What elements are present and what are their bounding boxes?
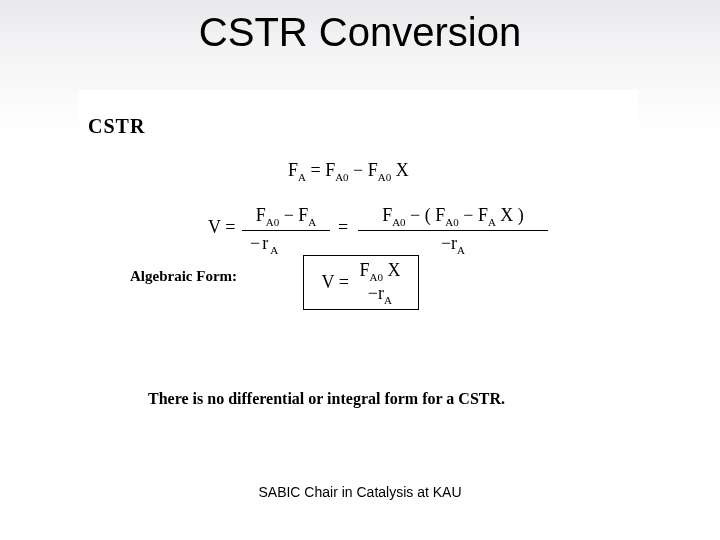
eq2-den1: −r xyxy=(250,233,270,253)
equation-2: V = FA0 − FA −rA = FA0 − ( xyxy=(208,205,568,249)
note-text: There is no differential or integral for… xyxy=(148,390,505,408)
footer-text: SABIC Chair in Catalysis at KAU xyxy=(0,484,720,500)
eq1-lhs-sub: A xyxy=(298,171,306,183)
boxed-num-a: F xyxy=(359,260,369,280)
boxed-den-sub: A xyxy=(384,293,392,305)
eq1-lhs: F xyxy=(288,160,298,180)
eq2-den2-sub: A xyxy=(457,243,465,255)
boxed-num-x: X xyxy=(387,260,400,280)
eq2-fraction-2: FA0 − ( FA0 − FA X ) −rA xyxy=(358,205,548,255)
eq2-lhs: V = xyxy=(208,217,235,238)
eq2-v: V xyxy=(208,217,221,237)
eq1-eq: = xyxy=(310,160,325,180)
eq2-den1-sub: A xyxy=(270,243,280,255)
eq2-num2b-sub: A0 xyxy=(445,216,458,228)
section-label: CSTR xyxy=(88,115,145,138)
eq2-num2a: F xyxy=(382,205,392,225)
eq1-t1: F xyxy=(325,160,335,180)
eq1-x: X xyxy=(396,160,409,180)
eq1-t2-sub: A0 xyxy=(378,171,391,183)
eq2-num1a-sub: A0 xyxy=(266,216,279,228)
eq2-num1b-sub: A xyxy=(308,216,316,228)
boxed-den: −r xyxy=(368,283,384,303)
page-title: CSTR Conversion xyxy=(0,10,720,55)
content-area: CSTR FA = FA0 − FA0 X V = FA0 − FA xyxy=(78,90,638,420)
eq2-num2a-sub: A0 xyxy=(392,216,405,228)
boxed-eq: = xyxy=(339,272,349,292)
eq1-t2: F xyxy=(368,160,378,180)
eq2-num2c: F xyxy=(478,205,488,225)
eq2-num2c-sub: A xyxy=(488,216,496,228)
eq2-num1-minus: − xyxy=(284,205,299,225)
slide: CSTR Conversion CSTR FA = FA0 − FA0 X V … xyxy=(0,0,720,540)
eq2-fraction-1: FA0 − FA −rA xyxy=(242,205,330,255)
eq1-minus: − xyxy=(353,160,368,180)
eq2-mideq: = xyxy=(338,217,348,238)
boxed-equation: V = FA0 X −rA xyxy=(303,255,419,310)
eq2-num2-minus2: − xyxy=(463,205,478,225)
eq2-num2-close: ) xyxy=(518,205,524,225)
equation-1: FA = FA0 − FA0 X xyxy=(288,160,409,183)
eq2-eq1: = xyxy=(225,217,235,237)
algebraic-form-label: Algebraic Form: xyxy=(130,268,237,285)
eq2-num2b: F xyxy=(435,205,445,225)
boxed-num-a-sub: A0 xyxy=(369,271,382,283)
eq2-num2x: X xyxy=(500,205,513,225)
eq2-den2: −r xyxy=(441,233,457,253)
eq1-t1-sub: A0 xyxy=(335,171,348,183)
boxed-v: V xyxy=(322,272,335,292)
eq2-num1a: F xyxy=(256,205,266,225)
eq2-num1b: F xyxy=(298,205,308,225)
eq2-num2-open: − ( xyxy=(410,205,431,225)
